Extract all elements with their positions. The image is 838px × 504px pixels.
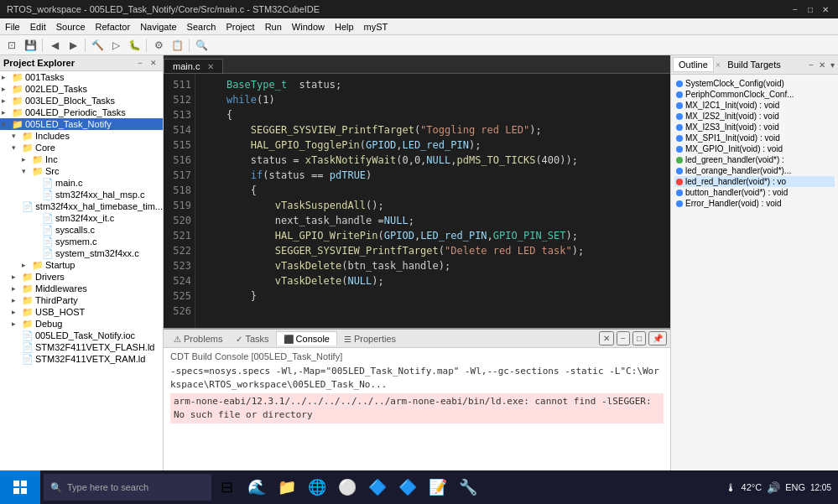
taskbar-app-ide1[interactable]: 🔷 (362, 470, 393, 504)
tree-item-stm32f4xx-it-c[interactable]: 📄stm32f4xx_it.c (0, 212, 163, 224)
tree-item-001tasks[interactable]: ▸📁001Tasks (0, 71, 163, 83)
outline-item[interactable]: MX_GPIO_Init(void) : void (674, 143, 835, 154)
outline-item[interactable]: MX_SPI1_Init(void) : void (674, 132, 835, 143)
tasks-icon: ✓ (236, 335, 242, 344)
menu-source[interactable]: Source (51, 20, 91, 34)
clock[interactable]: 12:05 (810, 483, 831, 492)
taskbar-app-chrome[interactable]: ⚪ (332, 470, 362, 504)
tree-item-stm32f411vetx-flash-ld[interactable]: 📄STM32F411VETX_FLASH.ld (0, 341, 163, 353)
outline-item[interactable]: SystemClock_Config(void) (674, 78, 835, 89)
rp-menu-icon[interactable]: ▾ (829, 60, 836, 70)
tree-item-002led-tasks[interactable]: ▸📁002LED_Tasks (0, 83, 163, 95)
tree-item-middlewares[interactable]: ▸📁Middlewares (0, 283, 163, 294)
outline-item[interactable]: led_red_handler(void*) : vo (674, 176, 835, 187)
taskbar-app-vscode[interactable]: 📝 (423, 470, 453, 504)
tree-item-003led-block-tasks[interactable]: ▸📁003LED_Block_Tasks (0, 95, 163, 107)
menu-run[interactable]: Run (260, 20, 287, 34)
tree-item-stm32f4xx-hal-msp-c[interactable]: 📄stm32f4xx_hal_msp.c (0, 189, 163, 200)
start-button[interactable] (0, 470, 40, 504)
taskbar-app-2[interactable]: 📁 (272, 470, 302, 504)
maximize-button[interactable]: □ (804, 3, 816, 15)
outline-dot (676, 179, 683, 185)
tab-console[interactable]: ⬛Console (276, 331, 337, 346)
tree-item-inc[interactable]: ▸📁Inc (0, 153, 163, 165)
bottom-clear-btn[interactable]: ✕ (599, 331, 614, 346)
editor-area: main.c ✕ 511 512 513 514 515 516 517 518… (164, 55, 670, 328)
tree-item-startup[interactable]: ▸📁Startup (0, 259, 163, 271)
tree-item-label: Debug (35, 319, 62, 329)
tree-item-005led-task-notify-ioc[interactable]: 📄005LED_Task_Notify.ioc (0, 330, 163, 341)
outline-item[interactable]: led_green_handler(void*) : (674, 154, 835, 165)
editor-tab-close[interactable]: ✕ (207, 62, 214, 71)
right-tab-build[interactable]: Build Targets (722, 58, 785, 71)
taskbar-app-ide2[interactable]: 🔷 (393, 470, 423, 504)
tab-problems[interactable]: ⚠Problems (167, 332, 229, 346)
outline-item[interactable]: button_handler(void*) : void (674, 187, 835, 198)
minimize-button[interactable]: − (789, 3, 801, 15)
code-content[interactable]: BaseType_t status; while(1) { SEGGER_SYS… (195, 74, 670, 328)
tree-item-includes[interactable]: ▾📁Includes (0, 130, 163, 142)
ln-521: 521 (164, 228, 191, 243)
tree-item-system-stm32f4xx-c[interactable]: 📄system_stm32f4xx.c (0, 247, 163, 259)
toolbar-btn-3[interactable]: ◀ (46, 37, 63, 54)
tree-arrow: ▸ (12, 284, 22, 293)
taskview-button[interactable]: ⊟ (211, 470, 242, 504)
tree-item-thirdparty[interactable]: ▸📁ThirdParty (0, 294, 163, 306)
rp-minimize-icon[interactable]: − (807, 60, 815, 70)
menu-project[interactable]: Project (221, 20, 259, 34)
tree-arrow: ▸ (12, 320, 22, 328)
menu-edit[interactable]: Edit (25, 20, 51, 34)
tab-properties[interactable]: ☰Properties (337, 332, 403, 346)
toolbar-btn-2[interactable]: 💾 (22, 37, 39, 54)
toolbar-btn-4[interactable]: ▶ (65, 37, 81, 54)
tree-item-005led-task-notify[interactable]: ▾📁005LED_Task_Notify (0, 118, 163, 130)
tree-item-stm32f4xx-hal-timebase-tim---[interactable]: 📄stm32f4xx_hal_timebase_tim... (0, 200, 163, 212)
bottom-minimize-btn[interactable]: − (617, 331, 630, 346)
tree-item-src[interactable]: ▾📁Src (0, 165, 163, 177)
toolbar-btn-1[interactable]: ⊡ (3, 37, 20, 54)
menu-myst[interactable]: myST (359, 20, 393, 34)
pe-minimize-btn[interactable]: − (134, 57, 146, 69)
outline-item[interactable]: Error_Handler(void) : void (674, 198, 835, 209)
bottom-maximize-btn[interactable]: □ (632, 331, 646, 346)
tree-item-core[interactable]: ▾📁Core (0, 142, 163, 153)
tree-item-stm32f411vetx-ram-ld[interactable]: 📄STM32F411VETX_RAM.ld (0, 353, 163, 365)
pe-close-btn[interactable]: ✕ (148, 57, 159, 69)
sound-icon[interactable]: 🔊 (767, 481, 780, 494)
search-bar[interactable]: 🔍 Type here to search (44, 474, 211, 501)
editor-tab-mainc[interactable]: main.c ✕ (164, 59, 223, 73)
bottom-pin-btn[interactable]: 📌 (648, 331, 667, 346)
close-button[interactable]: ✕ (820, 3, 831, 15)
tab-tasks[interactable]: ✓Tasks (229, 332, 275, 346)
taskbar-app-7[interactable]: 🔧 (453, 470, 483, 504)
tree-item-debug[interactable]: ▸📁Debug (0, 318, 163, 330)
menu-search[interactable]: Search (182, 20, 221, 34)
toolbar-btn-6[interactable]: ▷ (107, 37, 124, 54)
right-tab-outline[interactable]: Outline (673, 57, 714, 72)
tree-item-004led-periodic-tasks[interactable]: ▸📁004LED_Periodic_Tasks (0, 107, 163, 118)
menu-window[interactable]: Window (287, 20, 330, 34)
tree-item-sysmem-c[interactable]: 📄sysmem.c (0, 236, 163, 247)
tree-item-drivers[interactable]: ▸📁Drivers (0, 271, 163, 283)
taskbar-app-edge[interactable]: 🌐 (302, 470, 332, 504)
toolbar-btn-8[interactable]: ⚙ (150, 37, 167, 54)
network-icon[interactable]: 🌡 (726, 481, 737, 494)
outline-item[interactable]: MX_I2S3_Init(void) : void (674, 122, 835, 132)
tree-item-usb-host[interactable]: ▸📁USB_HOST (0, 306, 163, 318)
toolbar-btn-5[interactable]: 🔨 (89, 37, 106, 54)
menu-refactor[interactable]: Refactor (91, 20, 136, 34)
outline-item[interactable]: PeriphCommonClock_Conf... (674, 89, 835, 100)
toolbar-btn-10[interactable]: 🔍 (193, 37, 210, 54)
menu-file[interactable]: File (0, 20, 25, 34)
menu-help[interactable]: Help (330, 20, 359, 34)
outline-item[interactable]: MX_I2S2_Init(void) : void (674, 111, 835, 122)
taskbar-app-1[interactable]: 🌊 (242, 470, 272, 504)
tree-item-main-c[interactable]: 📄main.c (0, 177, 163, 189)
menu-navigate[interactable]: Navigate (135, 20, 181, 34)
outline-item[interactable]: MX_I2C1_Init(void) : void (674, 100, 835, 111)
toolbar-btn-9[interactable]: 📋 (169, 37, 185, 54)
outline-item[interactable]: led_orange_handler(void*)... (674, 165, 835, 176)
tree-item-syscalls-c[interactable]: 📄syscalls.c (0, 224, 163, 236)
toolbar-btn-7[interactable]: 🐛 (126, 37, 143, 54)
rp-close-icon[interactable]: ✕ (817, 60, 827, 70)
